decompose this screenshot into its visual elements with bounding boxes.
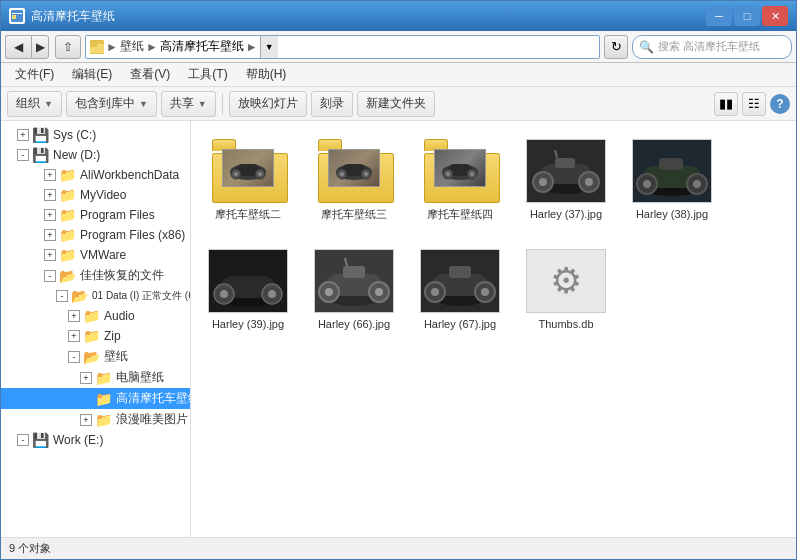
expand-pfx86[interactable]: + bbox=[44, 229, 56, 241]
content-area: 摩托车壁纸二 摩托车壁纸三 bbox=[191, 121, 796, 537]
sidebar-item-new-d[interactable]: - 💾 New (D:) bbox=[1, 145, 190, 165]
sidebar-item-jiajia[interactable]: - 📂 佳佳恢复的文件 bbox=[1, 265, 190, 286]
list-item[interactable]: Harley (66).jpg bbox=[309, 243, 399, 337]
sidebar-item-romantic[interactable]: + 📁 浪漫唯美图片 bbox=[1, 409, 190, 430]
sidebar-item-moto-wallpaper[interactable]: 📁 高清摩托车壁纸 bbox=[1, 388, 190, 409]
svg-point-16 bbox=[340, 172, 344, 176]
svg-point-11 bbox=[258, 172, 262, 176]
folder-photo bbox=[222, 149, 274, 187]
view-options-button[interactable]: ☷ bbox=[742, 92, 766, 116]
sidebar-item-vmware[interactable]: + 📁 VMWare bbox=[1, 245, 190, 265]
folder-ali-icon: 📁 bbox=[59, 167, 76, 183]
window: 高清摩托车壁纸 ─ □ ✕ ◀ ▶ ⇧ ► 壁纸 ► 高清摩托车壁纸 ► ▼ ↻… bbox=[0, 0, 797, 560]
sidebar-item-zip[interactable]: + 📁 Zip bbox=[1, 326, 190, 346]
folder-pfx86-icon: 📁 bbox=[59, 227, 76, 243]
close-button[interactable]: ✕ bbox=[762, 6, 788, 26]
sidebar-item-program-files-x86[interactable]: + 📁 Program Files (x86) bbox=[1, 225, 190, 245]
folder-audio-icon: 📁 bbox=[83, 308, 100, 324]
list-item[interactable]: Harley (67).jpg bbox=[415, 243, 505, 337]
search-box[interactable]: 🔍 搜索 高清摩托车壁纸 bbox=[632, 35, 792, 59]
svg-rect-56 bbox=[343, 266, 365, 278]
expand-01data[interactable]: - bbox=[56, 290, 68, 302]
folder-thumbnail bbox=[420, 139, 500, 203]
view-toggle-button[interactable]: ▮▮ bbox=[714, 92, 738, 116]
expand-vmware[interactable]: + bbox=[44, 249, 56, 261]
minimize-button[interactable]: ─ bbox=[706, 6, 732, 26]
list-item[interactable]: 摩托车壁纸三 bbox=[309, 133, 399, 227]
folder-vmware-icon: 📁 bbox=[59, 247, 76, 263]
up-button[interactable]: ⇧ bbox=[55, 35, 81, 59]
expand-pc-wallpaper[interactable]: + bbox=[80, 372, 92, 384]
folder-photo bbox=[434, 149, 486, 187]
svg-point-47 bbox=[220, 290, 228, 298]
expand-pf[interactable]: + bbox=[44, 209, 56, 221]
expand-audio[interactable]: + bbox=[68, 310, 80, 322]
address-dropdown[interactable]: ▼ bbox=[260, 36, 278, 58]
expand-sys[interactable]: + bbox=[17, 129, 29, 141]
list-item[interactable]: Harley (39).jpg bbox=[203, 243, 293, 337]
expand-jiajia[interactable]: - bbox=[44, 270, 56, 282]
address-bar[interactable]: ► 壁纸 ► 高清摩托车壁纸 ► ▼ bbox=[85, 35, 600, 59]
list-item[interactable]: Harley (37).jpg bbox=[521, 133, 611, 227]
svg-point-64 bbox=[481, 288, 489, 296]
menu-help[interactable]: 帮助(H) bbox=[238, 64, 295, 85]
expand-zip[interactable]: + bbox=[68, 330, 80, 342]
status-bar: 9 个对象 bbox=[1, 537, 796, 559]
expand-romantic[interactable]: + bbox=[80, 414, 92, 426]
file-name: Harley (38).jpg bbox=[636, 207, 708, 221]
new-folder-button[interactable]: 新建文件夹 bbox=[357, 91, 435, 117]
list-item[interactable]: Harley (38).jpg bbox=[627, 133, 717, 227]
svg-point-17 bbox=[364, 172, 368, 176]
svg-rect-31 bbox=[555, 158, 575, 168]
breadcrumb-icon bbox=[90, 40, 104, 54]
organize-button[interactable]: 组织 ▼ bbox=[7, 91, 62, 117]
breadcrumb-current[interactable]: 高清摩托车壁纸 bbox=[160, 38, 244, 55]
expand-wallpaper[interactable]: - bbox=[68, 351, 80, 363]
image-thumbnail bbox=[208, 249, 288, 313]
sidebar-item-wallpaper[interactable]: - 📂 壁纸 bbox=[1, 346, 190, 367]
address-bar-area: ◀ ▶ ⇧ ► 壁纸 ► 高清摩托车壁纸 ► ▼ ↻ 🔍 搜索 高清摩托车壁纸 bbox=[1, 31, 796, 63]
folder-01data-icon: 📂 bbox=[71, 288, 88, 304]
expand-work-e[interactable]: - bbox=[17, 434, 29, 446]
sidebar-item-sys[interactable]: + 💾 Sys (C:) bbox=[1, 125, 190, 145]
list-item[interactable]: 摩托车壁纸四 bbox=[415, 133, 505, 227]
burn-button[interactable]: 刻录 bbox=[311, 91, 353, 117]
sidebar-item-program-files[interactable]: + 📁 Program Files bbox=[1, 205, 190, 225]
menu-file[interactable]: 文件(F) bbox=[7, 64, 62, 85]
slideshow-button[interactable]: 放映幻灯片 bbox=[229, 91, 307, 117]
expand-new-d[interactable]: - bbox=[17, 149, 29, 161]
sidebar-item-pc-wallpaper[interactable]: + 📁 电脑壁纸 bbox=[1, 367, 190, 388]
sidebar-item-aliworkbench[interactable]: + 📁 AliWorkbenchData bbox=[1, 165, 190, 185]
folder-pf-icon: 📁 bbox=[59, 207, 76, 223]
share-button[interactable]: 共享 ▼ bbox=[161, 91, 216, 117]
include-library-button[interactable]: 包含到库中 ▼ bbox=[66, 91, 157, 117]
file-name: Harley (39).jpg bbox=[212, 317, 284, 331]
expand-ali[interactable]: + bbox=[44, 169, 56, 181]
nav-buttons: ◀ ▶ bbox=[5, 35, 49, 59]
list-item[interactable]: 摩托车壁纸二 bbox=[203, 133, 293, 227]
list-item[interactable]: ⚙ Thumbs.db bbox=[521, 243, 611, 337]
toolbar-separator-1 bbox=[222, 93, 223, 115]
search-input[interactable]: 搜索 高清摩托车壁纸 bbox=[658, 39, 785, 54]
breadcrumb-wallpaper[interactable]: 壁纸 bbox=[120, 38, 144, 55]
svg-point-22 bbox=[446, 172, 450, 176]
file-name: Thumbs.db bbox=[538, 317, 593, 331]
sidebar-item-audio[interactable]: + 📁 Audio bbox=[1, 306, 190, 326]
sidebar-item-01data[interactable]: - 📂 01 Data (I) 正常文件 (653 个文 bbox=[1, 286, 190, 306]
folder-moto-icon: 📁 bbox=[95, 391, 112, 407]
expand-myvideo[interactable]: + bbox=[44, 189, 56, 201]
svg-point-23 bbox=[470, 172, 474, 176]
svg-rect-65 bbox=[449, 266, 471, 278]
help-button[interactable]: ? bbox=[770, 94, 790, 114]
menu-edit[interactable]: 编辑(E) bbox=[64, 64, 120, 85]
back-button[interactable]: ◀ bbox=[5, 35, 31, 59]
forward-button[interactable]: ▶ bbox=[31, 35, 49, 59]
refresh-button[interactable]: ↻ bbox=[604, 35, 628, 59]
svg-point-29 bbox=[539, 178, 547, 186]
menu-view[interactable]: 查看(V) bbox=[122, 64, 178, 85]
sidebar-item-work-e[interactable]: - 💾 Work (E:) bbox=[1, 430, 190, 450]
sidebar-item-myvideo[interactable]: + 📁 MyVideo bbox=[1, 185, 190, 205]
file-name: 摩托车壁纸三 bbox=[321, 207, 387, 221]
menu-tools[interactable]: 工具(T) bbox=[180, 64, 235, 85]
maximize-button[interactable]: □ bbox=[734, 6, 760, 26]
